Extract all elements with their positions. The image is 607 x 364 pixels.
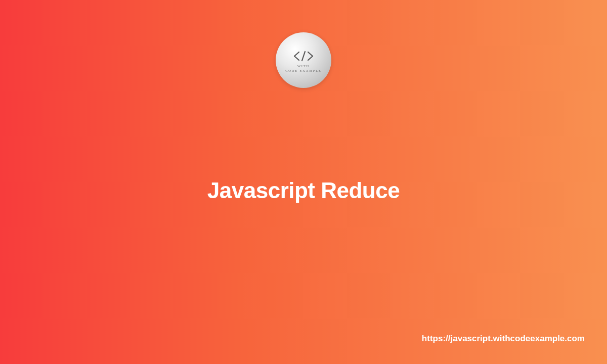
logo-text: WITH CODE EXAMPLE bbox=[285, 64, 322, 73]
footer-url: https://javascript.withcodeexample.com bbox=[422, 334, 585, 344]
code-slash-icon bbox=[293, 51, 314, 62]
logo-badge: WITH CODE EXAMPLE bbox=[276, 32, 331, 88]
promo-banner: WITH CODE EXAMPLE Javascript Reduce http… bbox=[0, 0, 607, 364]
logo-text-line-1: WITH bbox=[297, 64, 310, 68]
page-title: Javascript Reduce bbox=[207, 178, 400, 203]
logo-text-line-2: CODE EXAMPLE bbox=[285, 69, 322, 73]
